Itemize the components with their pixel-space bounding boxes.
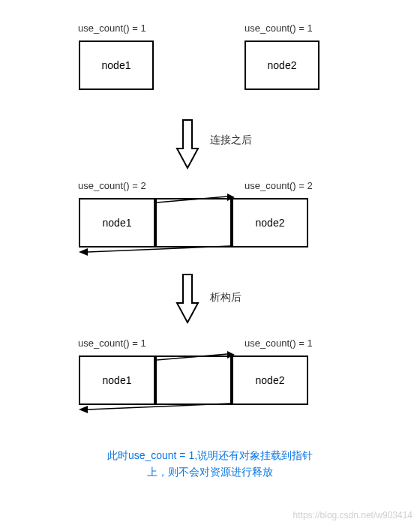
- right-count-label: use_count() = 1: [244, 338, 313, 349]
- left-count-label: use_count() = 1: [78, 22, 146, 34]
- node2-box: node2: [244, 40, 320, 90]
- svg-marker-2: [227, 351, 235, 358]
- node1-text: node1: [103, 374, 132, 386]
- prev-pointer-arrow-icon: [79, 243, 233, 256]
- left-count-label: use_count() = 1: [78, 338, 146, 349]
- transition-arrow-2: [174, 273, 201, 328]
- node1-text: node1: [102, 59, 131, 71]
- right-count-label: use_count() = 1: [244, 22, 313, 34]
- left-count-label: use_count() = 2: [78, 180, 146, 191]
- arrow-down-icon: [174, 273, 201, 326]
- footnote: 此时use_count = 1,说明还有对象挂载到指针 上，则不会对资源进行释放: [0, 447, 420, 481]
- svg-marker-1: [79, 248, 88, 256]
- node1-box: node1: [79, 40, 154, 90]
- right-count-label: use_count() = 2: [244, 180, 313, 191]
- arrow-label-2: 析构后: [210, 291, 242, 304]
- next-pointer-arrow-icon: [157, 351, 235, 363]
- transition-arrow-1: [174, 118, 201, 173]
- node1-box: node1: [79, 356, 155, 405]
- arrow-down-icon: [174, 118, 201, 171]
- svg-marker-0: [227, 194, 235, 201]
- watermark: https://blog.csdn.net/w903414: [293, 510, 412, 520]
- node2-box: node2: [232, 356, 308, 405]
- node2-text: node2: [256, 217, 285, 229]
- footnote-line1: 此时use_count = 1,说明还有对象挂载到指针: [107, 449, 313, 461]
- node1-box: node1: [79, 198, 155, 248]
- svg-marker-3: [79, 406, 88, 413]
- arrow-label-1: 连接之后: [210, 134, 252, 147]
- next-pointer-arrow-icon: [157, 194, 235, 206]
- node2-text: node2: [256, 374, 285, 386]
- node2-text: node2: [268, 59, 297, 71]
- footnote-line2: 上，则不会对资源进行释放: [147, 466, 273, 478]
- node1-text: node1: [103, 217, 132, 229]
- prev-pointer-arrow-icon: [79, 400, 233, 414]
- node2-box: node2: [232, 198, 308, 248]
